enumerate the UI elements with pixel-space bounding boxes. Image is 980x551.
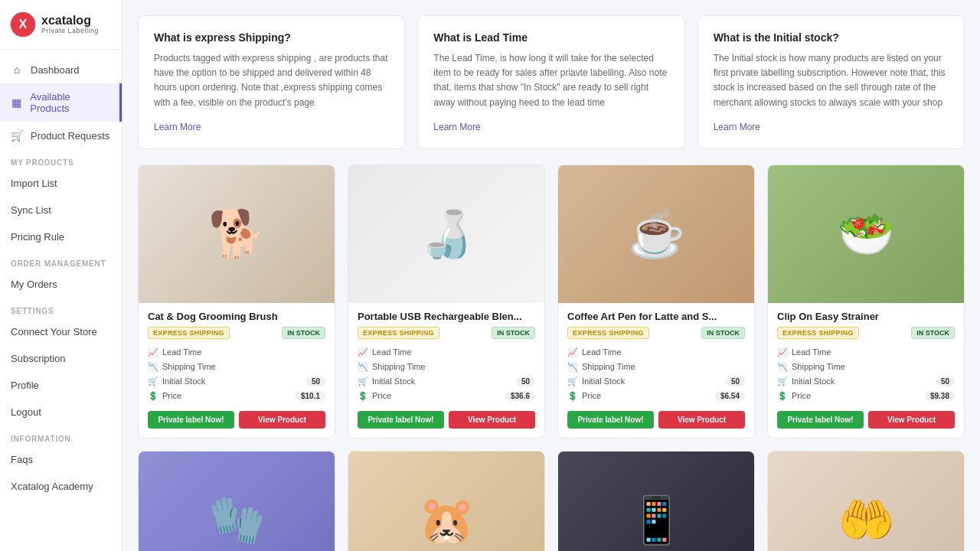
shipping-time-icon: 📉 bbox=[148, 362, 158, 372]
sidebar-item-import-list[interactable]: Import List bbox=[0, 170, 122, 197]
detail-initial-stock: 🛒 Initial Stock 50 bbox=[567, 374, 745, 389]
sidebar-item-xcatalog-academy[interactable]: Xcatalog Academy bbox=[0, 473, 122, 500]
view-product-button[interactable]: View Product bbox=[449, 411, 535, 429]
view-product-button[interactable]: View Product bbox=[868, 411, 955, 429]
sidebar-item-available-products[interactable]: ▦ Available Products bbox=[0, 83, 122, 122]
price-value: $9.38 bbox=[925, 391, 955, 401]
learn-more-initial-stock[interactable]: Learn More bbox=[714, 122, 760, 132]
product-details: 📈 Lead Time 📉 Shipping Time 🛒 Initial St… bbox=[567, 345, 745, 403]
learn-more-express-shipping[interactable]: Learn More bbox=[154, 122, 201, 132]
lead-time-icon: 📈 bbox=[777, 347, 788, 357]
private-label-button[interactable]: Private label Now! bbox=[777, 411, 864, 429]
section-order-management: ORDER MANAGEMENT bbox=[0, 250, 122, 271]
product-image: ☕ bbox=[558, 165, 754, 303]
initial-stock-value: 50 bbox=[936, 377, 955, 386]
sidebar-item-sync-list[interactable]: Sync List bbox=[0, 197, 122, 223]
sidebar-item-subscription-label: Subscription bbox=[11, 353, 66, 364]
view-product-button[interactable]: View Product bbox=[239, 411, 325, 429]
lead-time-icon: 📈 bbox=[148, 347, 158, 357]
private-label-button[interactable]: Private label Now! bbox=[567, 411, 654, 429]
detail-price: 💲 Price $6.54 bbox=[567, 389, 745, 403]
product-details: 📈 Lead Time 📉 Shipping Time 🛒 Initial St… bbox=[777, 345, 955, 403]
sidebar-item-subscription[interactable]: Subscription bbox=[0, 345, 122, 372]
sidebar-item-connect-store[interactable]: Connect Your Store bbox=[0, 318, 122, 345]
product-body: Coffee Art Pen for Latte and S... EXPRES… bbox=[558, 303, 754, 438]
section-information: INFORMATION bbox=[0, 425, 122, 446]
detail-price: 💲 Price $9.38 bbox=[777, 389, 955, 403]
info-card-lead-time-title: What is Lead Time bbox=[433, 31, 668, 44]
detail-shipping-time: 📉 Shipping Time bbox=[567, 360, 745, 374]
product-image: 🐹 bbox=[348, 452, 544, 551]
product-body: Portable USB Rechargeable Blen... EXPRES… bbox=[348, 303, 544, 438]
detail-price: 💲 Price $10.1 bbox=[148, 389, 325, 403]
sidebar-item-my-orders[interactable]: My Orders bbox=[0, 271, 122, 298]
shipping-time-label: Shipping Time bbox=[372, 362, 426, 371]
product-card: ☕ Coffee Art Pen for Latte and S... EXPR… bbox=[557, 165, 755, 439]
sidebar-item-sync-list-label: Sync List bbox=[11, 204, 51, 216]
info-card-initial-stock-body: The Initial stock is how many products a… bbox=[714, 51, 949, 110]
view-product-button[interactable]: View Product bbox=[658, 411, 745, 429]
detail-initial-stock: 🛒 Initial Stock 50 bbox=[358, 374, 535, 389]
sidebar-item-pricing-rule[interactable]: Pricing Rule bbox=[0, 223, 122, 250]
logo-name: xcatalog bbox=[41, 14, 99, 28]
svg-text:X: X bbox=[19, 17, 28, 31]
shipping-time-label: Shipping Time bbox=[792, 362, 845, 371]
sidebar-item-xcatalog-academy-label: Xcatalog Academy bbox=[11, 481, 93, 492]
private-label-button[interactable]: Private label Now! bbox=[358, 411, 444, 429]
product-body: Cat & Dog Grooming Brush EXPRESS SHIPPIN… bbox=[139, 303, 335, 438]
initial-stock-label: Initial Stock bbox=[162, 377, 205, 386]
badge-in-stock: IN STOCK bbox=[701, 327, 745, 339]
lead-time-label: Lead Time bbox=[582, 347, 621, 357]
product-title: Clip On Easy Strainer bbox=[777, 311, 955, 322]
price-label: Price bbox=[162, 391, 181, 400]
shipping-time-icon: 📉 bbox=[567, 362, 578, 372]
learn-more-lead-time[interactable]: Learn More bbox=[433, 122, 480, 132]
price-icon: 💲 bbox=[567, 391, 578, 401]
price-icon: 💲 bbox=[358, 391, 368, 401]
price-value: $36.6 bbox=[505, 391, 535, 401]
badge-in-stock: IN STOCK bbox=[282, 327, 325, 339]
logo-section: X xcatalog Private Labelling bbox=[0, 0, 122, 50]
detail-shipping-time: 📉 Shipping Time bbox=[777, 360, 955, 374]
private-label-button[interactable]: Private label Now! bbox=[148, 411, 234, 429]
sidebar-item-product-requests[interactable]: 🛒 Product Requests bbox=[0, 122, 122, 149]
initial-stock-label: Initial Stock bbox=[582, 377, 625, 386]
sidebar-item-profile-label: Profile bbox=[11, 380, 39, 391]
info-card-initial-stock: What is the Initial stock? The Initial s… bbox=[697, 15, 965, 149]
product-image: 🐕 bbox=[139, 165, 335, 303]
shipping-time-icon: 📉 bbox=[777, 362, 788, 372]
product-actions: Private label Now! View Product bbox=[777, 411, 955, 429]
sidebar-item-dashboard[interactable]: ⌂ Dashboard bbox=[0, 56, 122, 83]
sidebar-item-import-list-label: Import List bbox=[11, 178, 57, 189]
initial-stock-icon: 🛒 bbox=[358, 377, 368, 386]
price-value: $6.54 bbox=[715, 391, 745, 401]
product-image: 🍶 bbox=[348, 165, 544, 303]
sidebar-item-logout[interactable]: Logout bbox=[0, 399, 122, 425]
sidebar-item-profile[interactable]: Profile bbox=[0, 372, 122, 399]
product-title: Coffee Art Pen for Latte and S... bbox=[567, 311, 745, 322]
lead-time-icon: 📈 bbox=[358, 347, 368, 357]
sidebar-item-product-requests-label: Product Requests bbox=[31, 130, 109, 142]
product-image: 🧤 bbox=[139, 452, 335, 551]
product-image: 🤲 bbox=[768, 452, 964, 551]
product-badges: EXPRESS SHIPPING IN STOCK bbox=[358, 327, 535, 339]
sidebar-item-connect-store-label: Connect Your Store bbox=[11, 326, 97, 337]
logo-icon: X bbox=[9, 11, 37, 38]
detail-lead-time: 📈 Lead Time bbox=[567, 345, 745, 360]
price-value: $10.1 bbox=[296, 391, 325, 401]
product-card: 🐕 Cat & Dog Grooming Brush EXPRESS SHIPP… bbox=[138, 165, 335, 439]
lead-time-label: Lead Time bbox=[372, 347, 411, 357]
info-card-express-shipping-title: What is express Shipping? bbox=[154, 31, 389, 44]
badge-express-shipping: EXPRESS SHIPPING bbox=[777, 327, 859, 339]
badge-in-stock: IN STOCK bbox=[492, 327, 535, 339]
initial-stock-icon: 🛒 bbox=[148, 377, 158, 386]
info-card-express-shipping: What is express Shipping? Products tagge… bbox=[138, 15, 405, 149]
detail-price: 💲 Price $36.6 bbox=[358, 389, 535, 403]
sidebar-item-faqs[interactable]: Faqs bbox=[0, 446, 122, 473]
product-badges: EXPRESS SHIPPING IN STOCK bbox=[148, 327, 325, 339]
product-details: 📈 Lead Time 📉 Shipping Time 🛒 Initial St… bbox=[148, 345, 325, 403]
initial-stock-value: 50 bbox=[516, 377, 535, 386]
sidebar-item-available-products-label: Available Products bbox=[30, 91, 109, 114]
product-body: Clip On Easy Strainer EXPRESS SHIPPING I… bbox=[768, 303, 964, 438]
product-details: 📈 Lead Time 📉 Shipping Time 🛒 Initial St… bbox=[358, 345, 535, 403]
